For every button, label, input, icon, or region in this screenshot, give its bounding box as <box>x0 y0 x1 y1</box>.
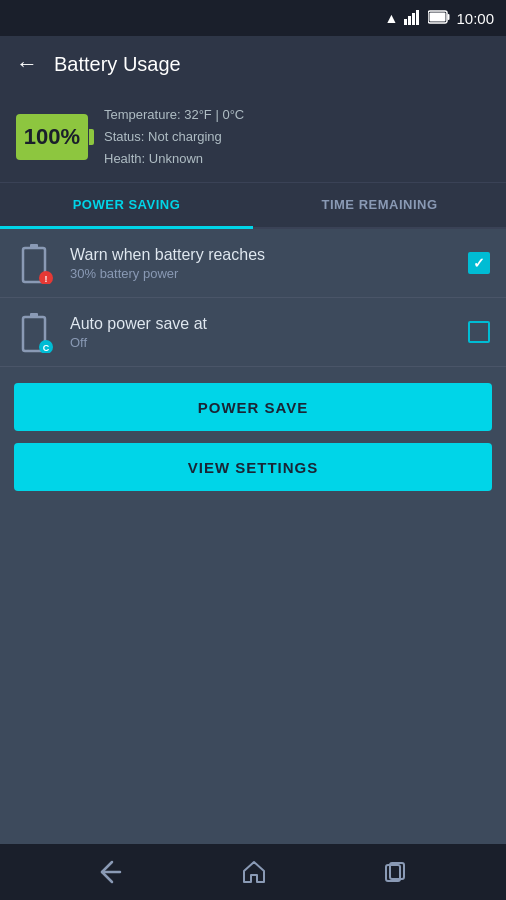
svg-text:C: C <box>43 343 50 353</box>
top-bar: ← Battery Usage <box>0 36 506 92</box>
temperature-label: Temperature: 32°F | 0°C <box>104 104 244 126</box>
nav-home-button[interactable] <box>233 851 275 893</box>
svg-rect-3 <box>416 10 419 25</box>
warn-battery-title: Warn when battery reaches <box>70 246 454 264</box>
warn-battery-subtitle: 30% battery power <box>70 266 454 281</box>
warn-battery-icon: ! <box>16 243 56 283</box>
battery-info-card: 100% Temperature: 32°F | 0°C Status: Not… <box>0 92 506 183</box>
svg-rect-2 <box>412 13 415 25</box>
svg-rect-8 <box>30 244 38 249</box>
battery-details: Temperature: 32°F | 0°C Status: Not char… <box>104 104 244 170</box>
status-icons: ▲ 10:00 <box>385 9 494 28</box>
nav-back-button[interactable] <box>90 852 134 892</box>
svg-rect-12 <box>30 313 38 318</box>
svg-rect-5 <box>448 14 450 20</box>
svg-rect-0 <box>404 19 407 25</box>
auto-power-text: Auto power save at Off <box>70 315 454 350</box>
list-item-auto-power: C Auto power save at Off <box>0 298 506 367</box>
svg-text:!: ! <box>45 274 48 284</box>
wifi-icon: ▲ <box>385 10 399 26</box>
svg-rect-1 <box>408 16 411 25</box>
status-bar: ▲ 10:00 <box>0 0 506 36</box>
auto-power-icon: C <box>16 312 56 352</box>
status-label: Status: Not charging <box>104 126 244 148</box>
tab-power-saving[interactable]: POWER SAVING <box>0 183 253 229</box>
auto-power-checkbox[interactable] <box>468 321 490 343</box>
signal-icon <box>404 9 422 28</box>
page-title: Battery Usage <box>54 53 181 76</box>
warn-battery-text: Warn when battery reaches 30% battery po… <box>70 246 454 281</box>
content-area: ! Warn when battery reaches 30% battery … <box>0 229 506 844</box>
back-button[interactable]: ← <box>16 51 38 77</box>
status-time: 10:00 <box>456 10 494 27</box>
health-label: Health: Unknown <box>104 148 244 170</box>
tab-time-remaining[interactable]: TIME REMAINING <box>253 183 506 229</box>
nav-bar <box>0 844 506 900</box>
auto-power-subtitle: Off <box>70 335 454 350</box>
tabs-bar: POWER SAVING TIME REMAINING <box>0 183 506 229</box>
warn-battery-checkbox[interactable] <box>468 252 490 274</box>
view-settings-button[interactable]: VIEW SETTINGS <box>14 443 492 491</box>
battery-visual: 100% <box>16 114 88 160</box>
auto-power-title: Auto power save at <box>70 315 454 333</box>
list-item-warn-battery: ! Warn when battery reaches 30% battery … <box>0 229 506 298</box>
buttons-area: POWER SAVE VIEW SETTINGS <box>0 367 506 507</box>
svg-rect-6 <box>430 12 446 21</box>
power-save-button[interactable]: POWER SAVE <box>14 383 492 431</box>
nav-recents-button[interactable] <box>374 851 416 893</box>
battery-status-icon <box>428 10 450 27</box>
battery-percent: 100% <box>24 124 80 150</box>
